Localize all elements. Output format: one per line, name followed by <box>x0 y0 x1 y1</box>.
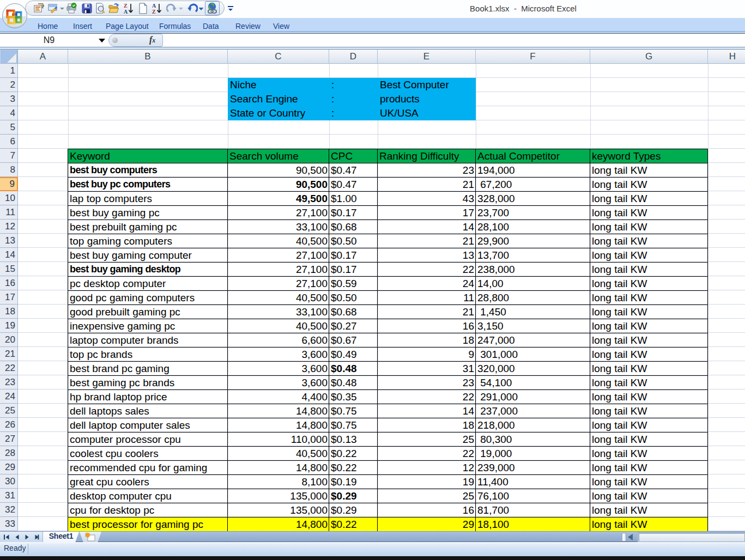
svg-text:Z: Z <box>152 9 156 15</box>
svg-text:Z: Z <box>124 3 128 9</box>
svg-text:A: A <box>152 3 156 9</box>
svg-text:A: A <box>124 9 128 15</box>
